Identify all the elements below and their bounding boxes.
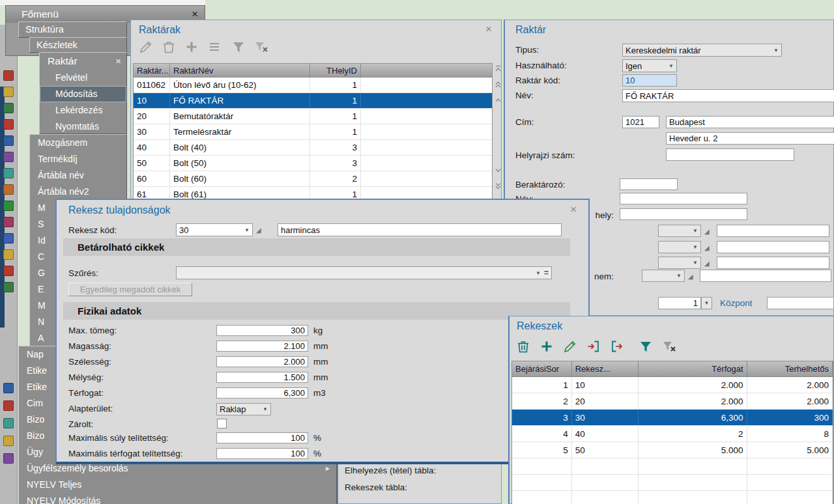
app-icon[interactable]: [3, 436, 14, 446]
close-icon[interactable]: ×: [192, 8, 198, 21]
menu-item-nyomtatas[interactable]: Nyomtatás: [40, 119, 126, 135]
column-header[interactable]: Terhelhetős: [747, 361, 833, 376]
nev2-field[interactable]: [620, 193, 747, 204]
scroll-to-top-icon[interactable]: [493, 63, 502, 74]
clear-filter-icon[interactable]: [253, 38, 270, 55]
app-icon[interactable]: [3, 383, 14, 393]
filter-icon[interactable]: [637, 338, 654, 355]
close-icon[interactable]: ×: [115, 53, 121, 69]
table-row[interactable]: 50 Bolt (50) 3: [134, 156, 492, 171]
szelesseg-field[interactable]: 2.000: [216, 356, 308, 367]
dropdown-field[interactable]: ▼: [658, 241, 701, 253]
iranyitoszam-field[interactable]: 1021: [622, 116, 659, 128]
text-field[interactable]: [717, 241, 829, 253]
close-icon[interactable]: ×: [485, 23, 492, 35]
close-icon[interactable]: ×: [570, 204, 577, 215]
browse-grip-icon[interactable]: ◢: [704, 229, 710, 235]
menu-item[interactable]: Ártábla név2: [30, 184, 126, 200]
menu-item-keszletek[interactable]: Készletek: [30, 38, 126, 53]
menu-item[interactable]: Termékdíj: [30, 151, 126, 167]
text-field[interactable]: [700, 270, 831, 282]
column-header[interactable]: Térfogat: [639, 361, 747, 376]
table-row[interactable]: 011062 Úton lévő áru (10-62) 1: [134, 77, 492, 93]
menu-raktar-header[interactable]: Raktár ×: [40, 53, 126, 70]
menu-item[interactable]: NYELV Módosítás: [19, 493, 336, 504]
szures-dropdown[interactable]: ▼=: [176, 266, 552, 279]
app-icon[interactable]: [3, 282, 14, 292]
menu-item-lekerdezes[interactable]: Lekérdezés: [40, 102, 126, 119]
app-icon[interactable]: [3, 152, 14, 162]
terfogat-field[interactable]: 6,300: [216, 387, 308, 399]
menu-item-struktura[interactable]: Struktúra: [19, 22, 126, 38]
text-field[interactable]: [717, 225, 829, 237]
menu-list-icon[interactable]: [206, 38, 223, 55]
varos-field[interactable]: Budapest: [666, 116, 834, 128]
nev-field[interactable]: FŐ RAKTÁR: [622, 89, 834, 102]
kozpont-link[interactable]: Központ: [720, 298, 753, 308]
table-row-selected[interactable]: 3 30 6,300 300: [512, 410, 833, 426]
zarolt-checkbox[interactable]: [217, 419, 227, 428]
app-icon[interactable]: [3, 233, 14, 244]
browse-grip-icon[interactable]: ◢: [256, 227, 261, 234]
table-row[interactable]: 20 Bemutatóraktár 1: [134, 109, 492, 124]
app-icon[interactable]: [3, 266, 14, 276]
dropdown-button[interactable]: ▼: [701, 297, 712, 309]
hasznalhato-dropdown[interactable]: Igen▼: [622, 59, 677, 72]
delete-icon[interactable]: [160, 38, 177, 55]
app-icon[interactable]: [3, 119, 14, 130]
suly-telitettseg-field[interactable]: 100: [216, 432, 308, 443]
app-icon[interactable]: [3, 184, 14, 195]
dropdown-field[interactable]: ▼: [658, 257, 701, 269]
app-icon[interactable]: [3, 201, 14, 211]
browse-grip-icon[interactable]: ◢: [704, 260, 710, 267]
app-icon[interactable]: [3, 418, 14, 428]
alapterulet-dropdown[interactable]: Raklap▼: [216, 403, 271, 415]
page-up-icon[interactable]: [493, 79, 502, 89]
delete-icon[interactable]: [515, 338, 532, 355]
column-header[interactable]: BejárásiSor: [512, 361, 572, 376]
filter-icon[interactable]: [230, 38, 247, 55]
table-row[interactable]: 40 Bolt (40) 3: [134, 140, 492, 156]
menu-item-modositas[interactable]: Módosítás: [40, 86, 126, 102]
menu-item-felvetel[interactable]: Felvétel: [40, 70, 126, 86]
text-field[interactable]: [717, 257, 829, 269]
melyseg-field[interactable]: 1.500: [216, 372, 308, 383]
magassag-field[interactable]: 2.100: [216, 341, 308, 352]
terfogat-telitettseg-field[interactable]: 100: [216, 448, 308, 459]
export-icon[interactable]: [609, 338, 626, 355]
column-header[interactable]: RaktárNév: [170, 64, 310, 77]
browse-grip-icon[interactable]: ◢: [704, 245, 710, 251]
helyrajzi-field[interactable]: [666, 148, 794, 161]
table-row[interactable]: 4 40 2 8: [512, 426, 833, 442]
rekesz-nev-field[interactable]: harmincas: [278, 223, 562, 236]
tipus-dropdown[interactable]: Kereskedelmi raktár▼: [622, 44, 782, 57]
column-header[interactable]: Raktár...▲: [134, 64, 170, 77]
kozpont-szam-field[interactable]: 1: [658, 297, 701, 309]
hely-field[interactable]: [620, 208, 747, 220]
scroll-down-icon[interactable]: [493, 165, 502, 175]
utca-field[interactable]: Heveder u. 2: [666, 132, 834, 145]
app-icon[interactable]: [3, 135, 14, 146]
beraktarozo-field[interactable]: [620, 178, 678, 190]
app-icon[interactable]: [3, 168, 14, 178]
edit-icon[interactable]: [137, 38, 154, 55]
menu-item[interactable]: Mozgásnem: [30, 135, 126, 151]
scroll-up-icon[interactable]: [493, 94, 502, 105]
column-header[interactable]: Rekesz...: [572, 361, 639, 376]
page-down-icon[interactable]: [493, 180, 502, 191]
table-row[interactable]: 5 50 5.000 5.000: [512, 442, 833, 458]
column-header[interactable]: THelyID: [310, 64, 361, 77]
egyedileg-megadott-cikkek-button[interactable]: Egyedileg megadott cikkek: [68, 283, 192, 296]
add-icon[interactable]: [538, 338, 555, 355]
menu-item[interactable]: NYELV Teljes: [19, 477, 336, 493]
table-row[interactable]: 1 10 2.000 2.000: [512, 377, 833, 393]
import-icon[interactable]: [585, 338, 602, 355]
raktar-kod-field[interactable]: 10: [622, 74, 677, 87]
menu-item[interactable]: Ártábla név: [30, 167, 126, 184]
app-icon[interactable]: [3, 103, 14, 113]
max-tomeg-field[interactable]: 300: [216, 325, 308, 336]
app-icon[interactable]: [3, 400, 14, 411]
edit-icon[interactable]: [562, 338, 579, 355]
app-icon[interactable]: [3, 249, 14, 260]
dropdown-field[interactable]: ▼: [658, 225, 701, 237]
